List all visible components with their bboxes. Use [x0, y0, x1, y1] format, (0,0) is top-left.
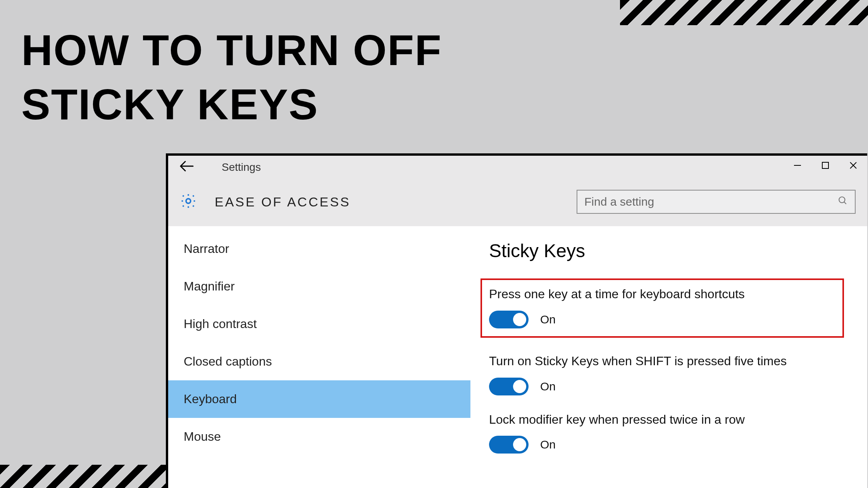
sidebar-item-closed-captions[interactable]: Closed captions [168, 343, 470, 380]
back-arrow-icon[interactable] [180, 160, 194, 175]
toggle-state: On [540, 380, 556, 393]
highlighted-setting: Press one key at a time for keyboard sho… [480, 278, 844, 338]
svg-point-5 [839, 197, 845, 203]
setting-label: Turn on Sticky Keys when SHIFT is presse… [489, 352, 844, 370]
lock-modifier-toggle[interactable] [489, 436, 529, 454]
maximize-button[interactable] [811, 156, 839, 175]
close-button[interactable] [839, 156, 867, 175]
search-placeholder-text: Find a setting [584, 195, 654, 208]
svg-line-6 [844, 202, 846, 204]
section-title: EASE OF ACCESS [215, 194, 351, 210]
gear-icon [180, 192, 197, 211]
decorative-stripes-bottom [0, 465, 178, 488]
sidebar-item-label: Magnifier [184, 279, 235, 293]
search-icon [838, 195, 848, 208]
sidebar-item-narrator[interactable]: Narrator [168, 230, 470, 268]
sidebar-item-label: Narrator [184, 242, 229, 256]
sticky-keys-toggle[interactable] [489, 311, 529, 328]
svg-rect-1 [822, 162, 828, 168]
sidebar-item-keyboard[interactable]: Keyboard [168, 380, 470, 418]
setting-label: Lock modifier key when pressed twice in … [489, 411, 844, 428]
article-headline: HOW TO TURN OFF STICKY KEYS [21, 23, 442, 132]
shift-five-toggle[interactable] [489, 378, 529, 395]
section-header: EASE OF ACCESS Find a setting [168, 179, 867, 226]
sidebar-item-label: Keyboard [184, 392, 237, 406]
minimize-button[interactable] [784, 156, 811, 175]
window-title: Settings [222, 161, 261, 174]
sidebar-item-magnifier[interactable]: Magnifier [168, 268, 470, 305]
settings-body: Narrator Magnifier High contrast Closed … [168, 226, 867, 488]
window-controls [784, 156, 867, 175]
content-heading: Sticky Keys [489, 240, 844, 261]
sidebar-item-label: Mouse [184, 430, 221, 443]
titlebar: Settings [168, 156, 867, 179]
svg-point-4 [186, 199, 191, 203]
sidebar-item-label: Closed captions [184, 354, 272, 368]
toggle-state: On [540, 313, 556, 326]
search-input[interactable]: Find a setting [577, 190, 856, 214]
content-pane: Sticky Keys Press one key at a time for … [470, 226, 867, 488]
decorative-stripes-top [620, 0, 868, 25]
sidebar-item-mouse[interactable]: Mouse [168, 418, 470, 455]
setting-label: Press one key at a time for keyboard sho… [489, 285, 835, 303]
sidebar-item-high-contrast[interactable]: High contrast [168, 305, 470, 343]
settings-window: Settings EASE OF ACCESS Find a setting [166, 153, 867, 488]
sidebar: Narrator Magnifier High contrast Closed … [168, 226, 470, 488]
sidebar-item-label: High contrast [184, 317, 257, 331]
toggle-state: On [540, 438, 556, 451]
